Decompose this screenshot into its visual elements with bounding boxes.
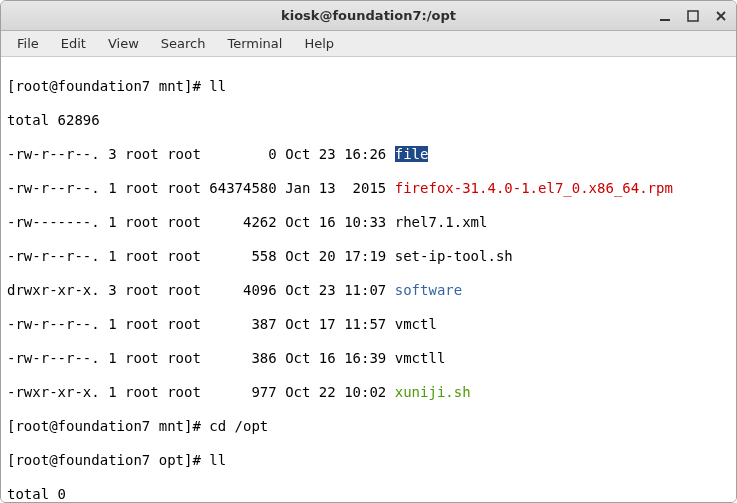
file-perm: -rw-r--r--. 1 root root 387 Oct 17 11:57 xyxy=(7,316,395,332)
file-name-archive: firefox-31.4.0-1.el7_0.x86_64.rpm xyxy=(395,180,673,196)
menu-help[interactable]: Help xyxy=(294,34,344,53)
menu-view[interactable]: View xyxy=(98,34,149,53)
file-perm: -rw-r--r--. 1 root root 386 Oct 16 16:39 xyxy=(7,350,395,366)
prompt: [root@foundation7 mnt]# xyxy=(7,78,209,94)
window-controls xyxy=(658,9,728,23)
file-name: set-ip-tool.sh xyxy=(395,248,513,264)
file-perm: -rw-r--r--. 1 root root 558 Oct 20 17:19 xyxy=(7,248,395,264)
menu-edit[interactable]: Edit xyxy=(51,34,96,53)
window-title: kiosk@foundation7:/opt xyxy=(1,8,736,23)
terminal-area[interactable]: [root@foundation7 mnt]# ll total 62896 -… xyxy=(1,57,736,502)
file-name-exec: xuniji.sh xyxy=(395,384,471,400)
menubar: File Edit View Search Terminal Help xyxy=(1,31,736,57)
svg-rect-1 xyxy=(688,11,698,21)
file-perm: -rwxr-xr-x. 1 root root 977 Oct 22 10:02 xyxy=(7,384,395,400)
svg-rect-0 xyxy=(660,19,670,21)
output-line: total 0 xyxy=(7,486,730,502)
close-button[interactable] xyxy=(714,9,728,23)
file-perm: -rw-------. 1 root root 4262 Oct 16 10:3… xyxy=(7,214,395,230)
file-perm: -rw-r--r--. 3 root root 0 Oct 23 16:26 xyxy=(7,146,395,162)
prompt: [root@foundation7 mnt]# xyxy=(7,418,209,434)
titlebar: kiosk@foundation7:/opt xyxy=(1,1,736,31)
menu-search[interactable]: Search xyxy=(151,34,216,53)
command-text: ll xyxy=(209,78,226,94)
maximize-button[interactable] xyxy=(686,9,700,23)
file-name: rhel7.1.xml xyxy=(395,214,488,230)
file-name-selected: file xyxy=(395,146,429,162)
minimize-button[interactable] xyxy=(658,9,672,23)
output-line: total 62896 xyxy=(7,112,730,129)
command-text: ll xyxy=(209,452,226,468)
file-name: vmctl xyxy=(395,316,437,332)
file-perm: drwxr-xr-x. 3 root root 4096 Oct 23 11:0… xyxy=(7,282,395,298)
file-name-dir: software xyxy=(395,282,462,298)
menu-terminal[interactable]: Terminal xyxy=(217,34,292,53)
prompt: [root@foundation7 opt]# xyxy=(7,452,209,468)
file-name: vmctll xyxy=(395,350,446,366)
file-perm: -rw-r--r--. 1 root root 64374580 Jan 13 … xyxy=(7,180,395,196)
command-text: cd /opt xyxy=(209,418,268,434)
menu-file[interactable]: File xyxy=(7,34,49,53)
